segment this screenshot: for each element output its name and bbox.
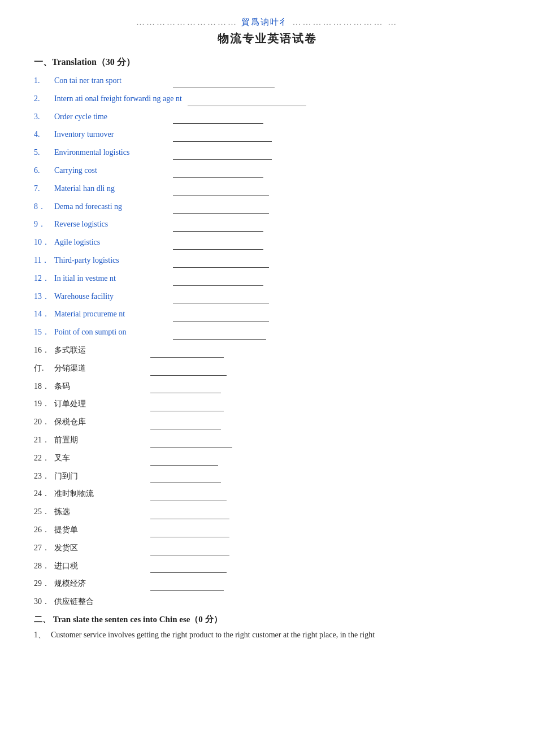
item-text: In itial in vestme nt [54, 272, 167, 285]
en-item-row: 11．Third-party logistics [34, 254, 500, 268]
cn-item-row: 21．前置期 [34, 433, 500, 447]
item-text: Carrying cost [54, 164, 167, 177]
item-number: 12． [34, 272, 54, 285]
item-number: 5. [34, 146, 54, 159]
item-number: 14． [34, 307, 54, 321]
cn-item-row: 27．发货区 [34, 541, 500, 555]
item-text: Customer service involves getting the ri… [51, 628, 500, 642]
item-number: 3. [34, 110, 54, 124]
answer-line[interactable] [150, 362, 227, 376]
item-text: Environmental logistics [54, 146, 167, 159]
answer-line[interactable] [173, 325, 266, 340]
cn-item-row: 22．叉车 [34, 451, 500, 466]
en-item-row: 14．Material procureme nt [34, 307, 500, 321]
item-number: 18． [34, 380, 54, 393]
cn-item-row: 23．门到门 [34, 470, 500, 484]
item-number: 1. [34, 74, 54, 88]
en-item-row: 6.Carrying cost [34, 164, 500, 178]
item-number: 16． [34, 344, 54, 357]
item-text: 准时制物流 [54, 487, 145, 501]
answer-line[interactable] [173, 254, 269, 268]
cn-item-row: 19．订单处理 [34, 397, 500, 411]
item-text: 保税仓库 [54, 415, 145, 429]
item-number: 4. [34, 128, 54, 141]
item-text: Material han dli ng [54, 182, 167, 195]
item-number: 6. [34, 164, 54, 177]
item-number: 29． [34, 577, 54, 590]
answer-line[interactable] [173, 146, 272, 160]
main-title: 物流专业英语试卷 [34, 31, 500, 46]
en-item-row: 7.Material han dli ng [34, 182, 500, 196]
answer-line[interactable] [150, 451, 218, 466]
answer-line[interactable] [173, 290, 269, 304]
item-text: 分销渠道 [54, 362, 145, 375]
cn-item-row: 16．多式联运 [34, 344, 500, 358]
answer-line[interactable] [150, 505, 229, 519]
item-text: 前置期 [54, 433, 145, 447]
item-text: Order cycle time [54, 110, 167, 124]
section-two-items-list: 1、Customer service involves getting the … [34, 628, 500, 642]
answer-line[interactable] [150, 487, 227, 501]
answer-line[interactable] [150, 380, 221, 394]
cn-item-row: 18．条码 [34, 380, 500, 394]
item-text: 规模经济 [54, 577, 145, 590]
item-number: 28． [34, 559, 54, 573]
chinese-items-list: 16．多式联运 仃.分销渠道 18．条码 19．订单处理 20．保税仓库 21．… [34, 344, 500, 609]
answer-line[interactable] [150, 344, 224, 358]
item-number: 23． [34, 470, 54, 483]
answer-line[interactable] [150, 559, 227, 573]
item-text: Intern ati onal freight forwardi ng age … [54, 92, 182, 106]
answer-line[interactable] [150, 523, 229, 537]
item-text: 条码 [54, 380, 145, 393]
answer-line[interactable] [173, 218, 263, 232]
answer-line[interactable] [150, 577, 224, 591]
answer-line[interactable] [173, 272, 263, 286]
item-text: Reverse logistics [54, 218, 167, 231]
answer-line[interactable] [188, 92, 306, 106]
item-number: 10． [34, 236, 54, 249]
item-number: 21． [34, 433, 54, 447]
en-item-row: 3.Order cycle time [34, 110, 500, 124]
item-text: 拣选 [54, 505, 145, 519]
item-number: 9． [34, 218, 54, 231]
answer-line[interactable] [173, 182, 269, 196]
cn-item-row: 30．供应链整合 [34, 595, 500, 609]
answer-line[interactable] [173, 200, 269, 214]
item-text: 提货单 [54, 523, 145, 537]
item-text: 门到门 [54, 470, 145, 483]
item-text: Con tai ner tran sport [54, 74, 167, 88]
item-number: 1、 [34, 628, 51, 642]
en-item-row: 12．In itial in vestme nt [34, 272, 500, 286]
cn-item-row: 24．准时制物流 [34, 487, 500, 501]
en-item-row: 5.Environmental logistics [34, 146, 500, 160]
en-item-row: 10．Agile logistics [34, 236, 500, 250]
answer-line[interactable] [173, 307, 269, 321]
en-item-row: 4.Inventory turnover [34, 128, 500, 142]
english-items-list: 1.Con tai ner tran sport 2.Intern ati on… [34, 74, 500, 340]
answer-line[interactable] [150, 397, 224, 411]
answer-line[interactable] [173, 164, 263, 178]
decorative-header: ………………………… 貿爲讷叶彳 ……………………… … [34, 17, 500, 28]
item-number: 20． [34, 415, 54, 429]
item-number: 2. [34, 92, 54, 106]
answer-line[interactable] [150, 433, 232, 447]
item-text: Agile logistics [54, 236, 167, 249]
item-text: 发货区 [54, 541, 145, 555]
cn-item-row: 26．提货单 [34, 523, 500, 537]
item-number: 15． [34, 325, 54, 339]
item-number: 27． [34, 541, 54, 555]
answer-line[interactable] [173, 74, 275, 88]
section-one-title: 一、Translation（30 分） [34, 57, 500, 68]
section-two-item-row: 1、Customer service involves getting the … [34, 628, 500, 642]
item-number: 7. [34, 182, 54, 195]
answer-line[interactable] [173, 128, 272, 142]
answer-line[interactable] [150, 541, 229, 555]
en-item-row: 8．Dema nd forecasti ng [34, 200, 500, 214]
answer-line[interactable] [173, 110, 263, 124]
item-number: 13． [34, 290, 54, 303]
answer-line[interactable] [150, 470, 221, 484]
answer-line[interactable] [150, 415, 221, 429]
answer-line[interactable] [173, 236, 263, 250]
dots-left: ………………………… [136, 18, 238, 27]
item-text: Warehouse facility [54, 290, 167, 303]
